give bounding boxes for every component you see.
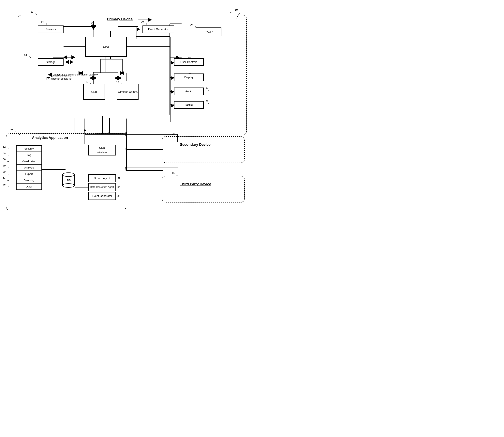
log-box: Log bbox=[16, 151, 42, 158]
ref-66: 66 bbox=[3, 158, 6, 161]
primary-device-container: Primary Device 14 ↘ Sensors 16 20 ↙ Even… bbox=[18, 15, 247, 135]
ref-42: 42 bbox=[116, 80, 119, 83]
right-bus-line bbox=[170, 37, 171, 122]
antenna-triangle bbox=[91, 25, 96, 30]
conn-dot2 bbox=[162, 149, 163, 150]
third-party-container: Third Party Device bbox=[162, 176, 245, 202]
wireless-down-thick bbox=[109, 118, 110, 134]
wireless-comm-box: Wireless Comm. bbox=[117, 84, 139, 100]
thick-wireless-vline bbox=[126, 134, 127, 169]
ref-10-arrow: ↙ bbox=[230, 10, 232, 14]
ref-24: 24 bbox=[24, 54, 27, 57]
db-shape: DB bbox=[62, 172, 75, 189]
audio-hline bbox=[170, 91, 174, 92]
svg-text:DB: DB bbox=[67, 179, 71, 182]
stack-db-line bbox=[42, 169, 66, 170]
wireless-analytics-hline bbox=[96, 133, 110, 134]
svg-point-54 bbox=[63, 184, 74, 188]
wireless-right-dot bbox=[125, 132, 127, 134]
storage-arrow-right bbox=[70, 60, 73, 64]
cpu-evtgen-hline bbox=[127, 39, 137, 39]
sensors-box: Sensors bbox=[38, 26, 64, 33]
display-arrow bbox=[171, 76, 174, 80]
ref-62: 62 bbox=[3, 145, 6, 148]
svg-point-55 bbox=[63, 173, 74, 177]
ref-12: 12 bbox=[31, 10, 33, 13]
display-hline bbox=[170, 77, 174, 78]
thick-secondary-hline bbox=[126, 149, 163, 150]
coaching-box: Coaching bbox=[16, 177, 42, 184]
usb-analytics-hline bbox=[75, 134, 96, 134]
antenna-cpu-line bbox=[94, 30, 94, 37]
other-box: Other bbox=[16, 183, 42, 190]
tactile-arrow bbox=[171, 104, 174, 108]
third-party-title: Third Party Device bbox=[180, 182, 211, 186]
usb-label: USB bbox=[97, 146, 107, 150]
conn-dot5 bbox=[125, 169, 127, 171]
cpu-storage-hline bbox=[64, 46, 86, 47]
ref-26: 26 bbox=[190, 23, 193, 26]
db-agent-line1 bbox=[75, 179, 88, 179]
cpu-box: CPU bbox=[85, 37, 127, 57]
cpu-down-line bbox=[105, 56, 106, 72]
conn-dot3 bbox=[162, 170, 163, 171]
db-vertical-line bbox=[75, 179, 75, 197]
usb-wireless-box: USB Wireless bbox=[88, 145, 116, 156]
user-controls-box: User Controls bbox=[174, 58, 204, 66]
cpu-right-hline bbox=[126, 46, 171, 47]
display-box: Display bbox=[174, 73, 204, 81]
ref-52: 52 bbox=[117, 177, 120, 180]
ref-50: 50 bbox=[10, 128, 13, 131]
conn-dot4 bbox=[125, 148, 127, 150]
ref-14: 14 bbox=[41, 20, 44, 23]
export-box: Export bbox=[16, 170, 42, 177]
user-ctrl-hline bbox=[170, 62, 174, 62]
event-gen-arrow bbox=[137, 27, 140, 31]
cpu-evtgen-vline bbox=[137, 29, 137, 39]
storage-box: Storage bbox=[38, 58, 64, 66]
ref-56: 56 bbox=[117, 186, 120, 189]
svg-text:Identifies the primary: Identifies the primary bbox=[51, 74, 71, 77]
wireless-label: Wireless bbox=[97, 151, 107, 154]
db-agent-line2 bbox=[75, 187, 88, 188]
data-translation-box: Data Translation Agent bbox=[88, 183, 116, 191]
wireless-split-dot bbox=[109, 132, 110, 134]
antenna-line bbox=[93, 21, 94, 26]
ref-76: 76 bbox=[3, 183, 6, 186]
usb-down-thick bbox=[75, 118, 75, 134]
primary-device-title: Primary Device bbox=[107, 17, 133, 21]
ref-74: 74 bbox=[3, 177, 6, 180]
wireless-right-hline bbox=[109, 133, 127, 134]
analytics-title: Analytics Application bbox=[32, 136, 68, 140]
thick-third-hline bbox=[126, 170, 163, 171]
user-controls-arrow bbox=[171, 61, 174, 65]
tactile-box: Tactile bbox=[174, 101, 204, 109]
power-hline bbox=[170, 32, 196, 32]
ref-72: 72 bbox=[3, 170, 6, 173]
event-generator-box: Event Generator bbox=[143, 26, 174, 33]
svg-marker-49 bbox=[47, 78, 50, 79]
wireless-tri2 bbox=[118, 76, 122, 80]
ref-10: 10 bbox=[235, 8, 238, 11]
ref-70: 70 bbox=[3, 164, 6, 167]
ref-20: 20 bbox=[141, 20, 144, 23]
analytics-container: Analytics Application 62 → Security 64 →… bbox=[6, 133, 126, 210]
secondary-device-title: Secondary Device bbox=[180, 143, 210, 147]
ref-90: 90 bbox=[172, 172, 174, 175]
audio-arrow bbox=[171, 90, 174, 94]
ref-80: 80 bbox=[172, 132, 174, 135]
db-agent-line3 bbox=[75, 196, 88, 196]
device-agent-box: Device Agent bbox=[88, 174, 116, 182]
svg-text:direction of data flow: direction of data flow bbox=[51, 78, 71, 80]
legend-svg: Identifies the primary direction of data… bbox=[46, 72, 71, 82]
ref-64: 64 bbox=[3, 151, 6, 155]
audio-box: Audio bbox=[174, 88, 204, 95]
event-gen-bottom-box: Event Generator bbox=[88, 192, 116, 200]
ref-60: 60 bbox=[117, 195, 120, 198]
ref-40: 40 bbox=[85, 80, 88, 83]
usb-top-box: USB bbox=[83, 84, 105, 100]
diagram-container: 10 ↙ 12 ↘ Primary Device 14 ↘ Sensors 16… bbox=[0, 0, 252, 218]
storage-arrow-left bbox=[65, 60, 69, 64]
power-box: Power bbox=[196, 28, 221, 36]
secondary-device-container: Secondary Device bbox=[162, 136, 245, 163]
